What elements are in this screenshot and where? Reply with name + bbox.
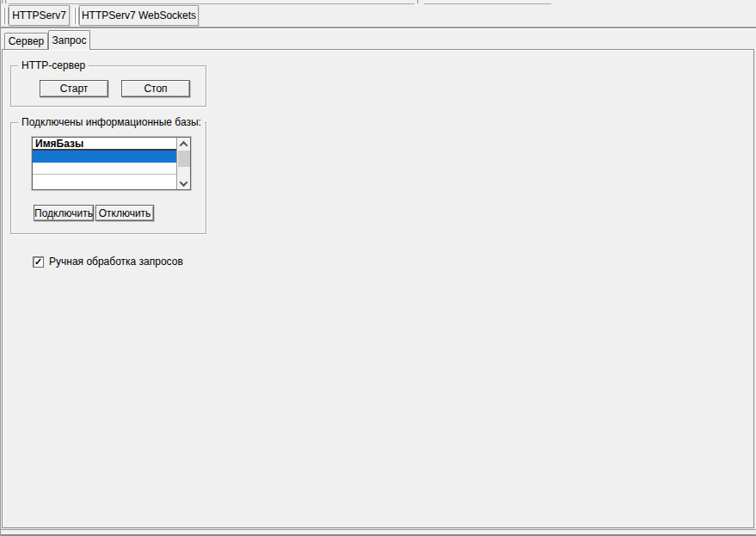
manual-processing-label: Ручная обработка запросов (49, 256, 183, 268)
stop-button[interactable]: Стоп (121, 80, 190, 97)
grid-scroll-thumb[interactable] (178, 151, 190, 167)
chevron-up-icon (180, 140, 188, 149)
start-button[interactable]: Старт (40, 80, 108, 97)
databases-grid-row-selected[interactable] (33, 151, 176, 163)
databases-grid-scrollbar[interactable] (176, 138, 190, 189)
toolbar-grip-1[interactable] (3, 8, 8, 24)
databases-grid-row[interactable] (33, 175, 176, 187)
http-server-group-title: HTTP-сервер (18, 59, 89, 71)
databases-grid-header: ИмяБазы (33, 138, 176, 151)
top-grip-bar-3 (417, 0, 419, 3)
tab-request[interactable]: Запрос (48, 30, 90, 50)
top-grip-bar-1 (2, 0, 3, 3)
status-strip (0, 529, 756, 536)
connect-button[interactable]: Подключить (34, 205, 94, 221)
toolbar-band-divider (0, 27, 756, 29)
window-left-edge (0, 0, 1, 536)
http-server-groupbox: HTTP-сервер Старт Стоп (10, 65, 206, 107)
disconnect-button[interactable]: Отключить (95, 205, 154, 221)
toolbar-grip-2[interactable] (73, 8, 78, 24)
tab-server[interactable]: Сервер (4, 33, 48, 49)
databases-group-title: Подключены информационные базы: (18, 116, 205, 128)
grid-scroll-up-button[interactable] (177, 138, 190, 150)
toolbar-band: HTTPServ7 HTTPServ7 WebSockets (0, 4, 756, 28)
databases-groupbox: Подключены информационные базы: ИмяБазы … (10, 122, 206, 234)
toolbar-button-httpserv7-websockets[interactable]: HTTPServ7 WebSockets (79, 5, 199, 26)
databases-grid-row[interactable] (33, 163, 176, 175)
toolbar-button-httpserv7[interactable]: HTTPServ7 (9, 5, 70, 26)
manual-processing-checkbox[interactable]: ✓ (33, 256, 44, 268)
databases-grid: ИмяБазы (32, 137, 191, 190)
grid-scroll-down-button[interactable] (177, 177, 190, 189)
top-grip-bar-2 (5, 0, 7, 3)
manual-processing-checkbox-row: ✓ Ручная обработка запросов (33, 256, 183, 268)
chevron-down-icon (180, 178, 188, 187)
